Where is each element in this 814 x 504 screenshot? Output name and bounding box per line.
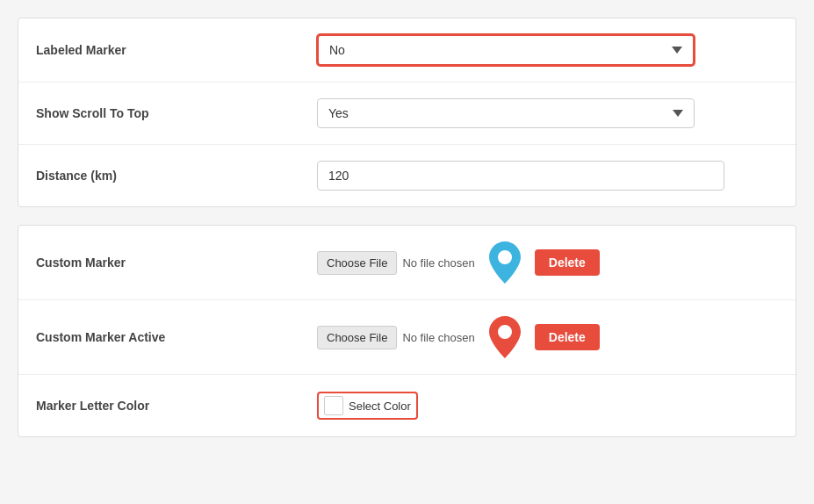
choose-file-button-custom-marker[interactable]: Choose File [317,251,397,275]
svg-point-0 [500,252,510,263]
label-custom-marker-active: Custom Marker Active [36,330,317,344]
control-distance-km [317,161,778,191]
choose-file-button-custom-marker-active[interactable]: Choose File [317,326,397,349]
control-show-scroll-to-top: Yes No [317,98,778,128]
row-custom-marker: Custom Marker Choose File No file chosen… [18,226,796,300]
label-labeled-marker: Labeled Marker [36,43,317,57]
svg-point-1 [500,327,510,337]
card-settings-1: Labeled Marker No Yes Show Scroll To Top… [18,18,796,207]
file-input-custom-marker-active: Choose File No file chosen [317,326,475,349]
card-settings-2: Custom Marker Choose File No file chosen… [18,225,796,437]
file-input-custom-marker: Choose File No file chosen [317,251,475,275]
no-file-text-custom-marker: No file chosen [402,256,474,270]
delete-button-custom-marker[interactable]: Delete [535,249,600,276]
select-color-button[interactable]: Select Color [349,400,411,413]
control-marker-letter-color: Select Color [317,392,778,420]
row-marker-letter-color: Marker Letter Color Select Color [18,375,796,436]
control-custom-marker: Choose File No file chosen Delete [317,241,778,284]
select-labeled-marker[interactable]: No Yes [317,34,695,66]
label-distance-km: Distance (km) [36,169,317,183]
delete-button-custom-marker-active[interactable]: Delete [535,324,600,350]
row-labeled-marker: Labeled Marker No Yes [18,18,796,83]
color-picker-wrapper[interactable]: Select Color [317,392,418,420]
label-show-scroll-to-top: Show Scroll To Top [36,106,317,120]
row-distance-km: Distance (km) [18,145,796,206]
input-distance-km[interactable] [317,161,724,191]
color-swatch [324,396,343,415]
no-file-text-custom-marker-active: No file chosen [402,331,474,344]
pin-icon-red [489,316,521,358]
select-show-scroll-to-top[interactable]: Yes No [317,98,695,128]
pin-icon-blue [489,241,521,284]
control-custom-marker-active: Choose File No file chosen Delete [317,316,778,358]
row-custom-marker-active: Custom Marker Active Choose File No file… [18,300,796,375]
row-show-scroll-to-top: Show Scroll To Top Yes No [18,83,796,145]
label-custom-marker: Custom Marker [36,256,317,270]
label-marker-letter-color: Marker Letter Color [36,399,317,413]
control-labeled-marker: No Yes [317,34,778,66]
